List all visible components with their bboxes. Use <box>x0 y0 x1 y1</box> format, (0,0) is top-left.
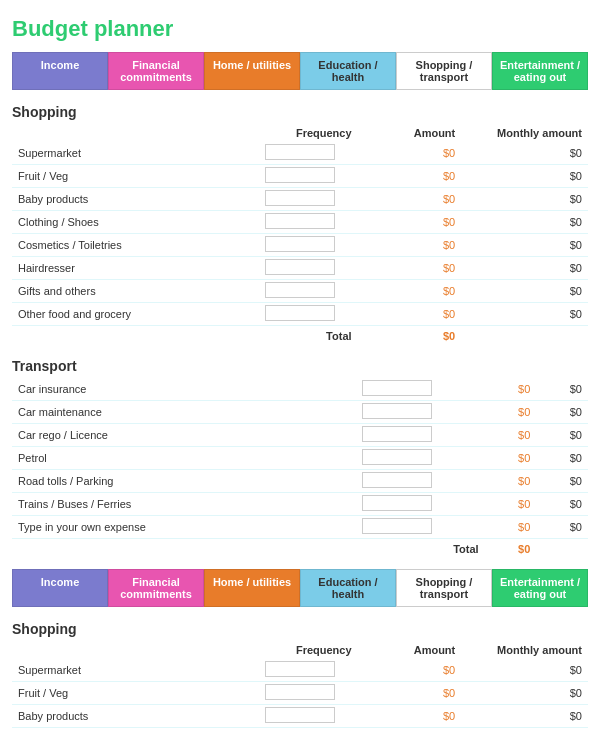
table-row: Supermarket $0 $0 <box>12 142 588 165</box>
row-freq[interactable] <box>242 280 357 303</box>
row-freq[interactable] <box>242 211 357 234</box>
nav-tabs-top: Income Financial commitments Home / util… <box>12 52 588 90</box>
row-label: Fruit / Veg <box>12 682 242 705</box>
row-label: Baby products <box>12 705 242 728</box>
row-monthly: $0 <box>461 234 588 257</box>
row-freq[interactable] <box>242 682 357 705</box>
total-amount: $0 <box>485 539 537 558</box>
table-row: Cosmetics / Toiletries $0 $0 <box>12 234 588 257</box>
row-freq[interactable] <box>310 470 485 493</box>
row-monthly: $0 <box>461 188 588 211</box>
row-monthly: $0 <box>461 211 588 234</box>
row-amount: $0 <box>358 705 462 728</box>
row-monthly: $0 <box>461 303 588 326</box>
row-monthly: $0 <box>536 424 588 447</box>
tab-education[interactable]: Education / health <box>300 52 396 90</box>
row-monthly: $0 <box>461 142 588 165</box>
row-monthly: $0 <box>461 705 588 728</box>
row-freq[interactable] <box>242 234 357 257</box>
row-freq[interactable] <box>242 142 357 165</box>
shopping-title-2: Shopping <box>12 615 588 641</box>
row-amount: $0 <box>485 493 537 516</box>
row-freq[interactable] <box>242 303 357 326</box>
transport-table: Car insurance $0 $0 Car maintenance $0 $… <box>12 378 588 557</box>
tab-income[interactable]: Income <box>12 52 108 90</box>
tab-income-2[interactable]: Income <box>12 569 108 607</box>
tab-shopping-2[interactable]: Shopping / transport <box>396 569 492 607</box>
table-row: Baby products $0 $0 <box>12 188 588 211</box>
tab-shopping[interactable]: Shopping / transport <box>396 52 492 90</box>
col-amount: Amount <box>358 124 462 142</box>
row-amount: $0 <box>485 516 537 539</box>
total-amount: $0 <box>358 326 462 345</box>
row-amount: $0 <box>358 659 462 682</box>
row-monthly: $0 <box>461 659 588 682</box>
row-amount: $0 <box>485 424 537 447</box>
total-label: Total <box>12 539 485 558</box>
row-freq[interactable] <box>310 401 485 424</box>
table-row: Hairdresser $0 $0 <box>12 257 588 280</box>
row-freq[interactable] <box>242 257 357 280</box>
row-freq[interactable] <box>310 378 485 401</box>
row-monthly: $0 <box>461 280 588 303</box>
tab-financial[interactable]: Financial commitments <box>108 52 204 90</box>
total-row: Total $0 <box>12 539 588 558</box>
row-label: Supermarket <box>12 142 242 165</box>
tab-home[interactable]: Home / utilities <box>204 52 300 90</box>
row-amount: $0 <box>358 211 462 234</box>
col-monthly: Monthly amount <box>461 124 588 142</box>
row-amount: $0 <box>358 682 462 705</box>
row-monthly: $0 <box>461 165 588 188</box>
row-freq[interactable] <box>242 188 357 211</box>
row-freq[interactable] <box>310 424 485 447</box>
shopping-section-2: Shopping Frequency Amount Monthly amount… <box>12 615 588 730</box>
row-label: Petrol <box>12 447 310 470</box>
table-row: Trains / Buses / Ferries $0 $0 <box>12 493 588 516</box>
row-label: Clothing / Shoes <box>12 211 242 234</box>
shopping-title: Shopping <box>12 98 588 124</box>
row-monthly: $0 <box>536 470 588 493</box>
row-freq[interactable] <box>310 516 485 539</box>
col-label <box>12 124 242 142</box>
transport-section: Transport Car insurance $0 $0 Car mainte… <box>12 352 588 557</box>
row-freq[interactable] <box>310 447 485 470</box>
tab-entertainment-2[interactable]: Entertainment / eating out <box>492 569 588 607</box>
row-label: Type in your own expense <box>12 516 310 539</box>
tab-entertainment[interactable]: Entertainment / eating out <box>492 52 588 90</box>
table-row: Baby products $0 $0 <box>12 705 588 728</box>
row-monthly: $0 <box>536 447 588 470</box>
row-label: Supermarket <box>12 659 242 682</box>
total-row: Total $0 <box>12 326 588 345</box>
row-amount: $0 <box>358 257 462 280</box>
row-label: Baby products <box>12 188 242 211</box>
row-monthly: $0 <box>536 401 588 424</box>
row-amount: $0 <box>358 188 462 211</box>
table-row: Car rego / Licence $0 $0 <box>12 424 588 447</box>
total-monthly <box>461 326 588 345</box>
row-label: Car rego / Licence <box>12 424 310 447</box>
row-amount: $0 <box>358 234 462 257</box>
row-label: Other food and grocery <box>12 303 242 326</box>
transport-title: Transport <box>12 352 588 378</box>
row-monthly: $0 <box>536 516 588 539</box>
row-amount: $0 <box>358 280 462 303</box>
row-freq[interactable] <box>242 659 357 682</box>
row-amount: $0 <box>358 142 462 165</box>
shopping-table-2: Frequency Amount Monthly amount Supermar… <box>12 641 588 730</box>
row-amount: $0 <box>358 303 462 326</box>
tab-financial-2[interactable]: Financial commitments <box>108 569 204 607</box>
row-label: Fruit / Veg <box>12 165 242 188</box>
col-frequency-2: Frequency <box>242 641 357 659</box>
shopping-table: Frequency Amount Monthly amount Supermar… <box>12 124 588 344</box>
tab-home-2[interactable]: Home / utilities <box>204 569 300 607</box>
row-freq[interactable] <box>242 705 357 728</box>
row-amount: $0 <box>485 378 537 401</box>
row-freq[interactable] <box>310 493 485 516</box>
table-row: Supermarket $0 $0 <box>12 659 588 682</box>
nav-tabs-bottom: Income Financial commitments Home / util… <box>12 569 588 607</box>
row-freq[interactable] <box>242 165 357 188</box>
table-row: Fruit / Veg $0 $0 <box>12 682 588 705</box>
table-row: Fruit / Veg $0 $0 <box>12 165 588 188</box>
col-monthly-2: Monthly amount <box>461 641 588 659</box>
tab-education-2[interactable]: Education / health <box>300 569 396 607</box>
